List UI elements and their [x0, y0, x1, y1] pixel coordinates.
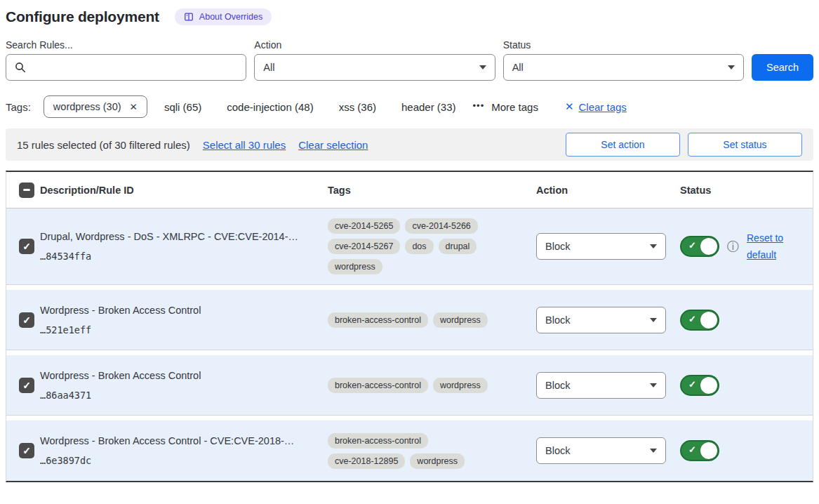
status-label: Status [503, 39, 744, 51]
remove-tag-icon[interactable]: ✕ [130, 101, 138, 112]
action-cell: Block [536, 437, 680, 464]
status-toggle[interactable]: ✓ [680, 310, 719, 331]
rules-table: Description/Rule ID Tags Action Status ✓… [6, 171, 813, 482]
column-status: Status [680, 185, 813, 196]
check-icon: ✓ [688, 379, 696, 390]
set-action-button[interactable]: Set action [566, 133, 680, 157]
more-tags-button[interactable]: ••• More tags [473, 101, 538, 113]
tag-pill: broken-access-control [328, 433, 428, 449]
row-checkbox-cell: ✓ [6, 239, 40, 254]
tag-pill: wordpress [433, 312, 488, 328]
check-icon: ✓ [22, 446, 31, 456]
description-cell: Drupal, Wordpress - DoS - XMLRPC - CVE:C… [40, 231, 328, 262]
action-cell: Block [536, 233, 680, 260]
rule-tags-cell: cve-2014-5265cve-2014-5266cve-2014-5267d… [328, 218, 505, 274]
status-cell: ✓ [680, 375, 813, 396]
row-checkbox[interactable]: ✓ [19, 378, 34, 393]
action-filter-value: All [263, 62, 274, 73]
rule-id: …84534ffa [40, 251, 311, 262]
status-toggle[interactable]: ✓ [680, 236, 719, 257]
tag-options-list: sqli (65)code-injection (48)xss (36)head… [164, 101, 456, 113]
select-all-rules-link[interactable]: Select all 30 rules [203, 139, 286, 151]
toggle-knob [700, 312, 717, 329]
tag-option[interactable]: header (33) [401, 101, 456, 113]
tag-pill: cve-2014-5266 [405, 218, 477, 234]
tag-pill: wordpress [410, 453, 465, 469]
ellipsis-icon: ••• [473, 100, 485, 111]
column-action: Action [536, 185, 680, 196]
action-cell: Block [536, 307, 680, 333]
tag-pill: wordpress [433, 378, 488, 393]
action-filter-select[interactable]: All [254, 54, 495, 81]
rule-description: Wordpress - Broken Access Control [40, 370, 311, 381]
clear-selection-link[interactable]: Clear selection [298, 139, 368, 151]
chevron-down-icon [728, 65, 735, 69]
rule-action-select[interactable]: Block [536, 437, 666, 464]
rule-action-value: Block [545, 445, 570, 456]
check-icon: ✓ [688, 314, 696, 324]
status-filter: Status All [503, 39, 744, 81]
rule-id: …521e1eff [40, 324, 311, 336]
selection-bar: 15 rules selected (of 30 filtered rules)… [6, 128, 813, 161]
tag-option[interactable]: sqli (65) [164, 101, 201, 113]
row-checkbox[interactable]: ✓ [19, 239, 34, 254]
indeterminate-mark [23, 189, 30, 191]
tag-option[interactable]: code-injection (48) [227, 101, 313, 113]
search-button[interactable]: Search [752, 54, 813, 81]
tag-pill: cve-2018-12895 [328, 453, 405, 469]
status-filter-select[interactable]: All [503, 54, 744, 81]
info-icon[interactable]: ⓘ [727, 241, 739, 253]
tag-pill: cve-2014-5267 [328, 239, 400, 254]
status-toggle[interactable]: ✓ [680, 375, 719, 396]
select-all-checkbox[interactable] [19, 183, 34, 198]
set-status-button[interactable]: Set status [688, 133, 802, 157]
reset-to-default-link[interactable]: Reset to default [747, 230, 790, 264]
rule-action-select[interactable]: Block [536, 233, 666, 260]
table-row: ✓Wordpress - Broken Access Control - CVE… [6, 420, 813, 481]
toggle-knob [700, 377, 717, 394]
close-icon: ✕ [565, 100, 574, 113]
row-checkbox[interactable]: ✓ [19, 443, 34, 458]
table-header: Description/Rule ID Tags Action Status [6, 172, 813, 208]
chevron-down-icon [650, 318, 657, 322]
rule-action-select[interactable]: Block [536, 372, 666, 399]
table-body: ✓Drupal, Wordpress - DoS - XMLRPC - CVE:… [6, 208, 813, 481]
row-checkbox-cell: ✓ [6, 443, 40, 458]
tag-option[interactable]: xss (36) [339, 101, 376, 113]
action-cell: Block [536, 372, 680, 399]
rule-id: …86aa4371 [40, 390, 311, 401]
chevron-down-icon [650, 244, 657, 248]
check-icon: ✓ [688, 444, 696, 455]
search-input-box[interactable] [6, 54, 246, 81]
row-checkbox[interactable]: ✓ [19, 312, 34, 328]
rule-action-value: Block [545, 241, 570, 252]
clear-tags-link[interactable]: ✕ Clear tags [565, 100, 627, 113]
status-filter-value: All [512, 62, 524, 73]
check-icon: ✓ [22, 241, 31, 251]
filters-bar: Search Rules... Action All Status [6, 39, 813, 81]
description-cell: Wordpress - Broken Access Control…86aa43… [40, 370, 328, 401]
rule-action-select[interactable]: Block [536, 307, 666, 333]
tag-pill: cve-2014-5265 [328, 218, 400, 234]
rule-description: Drupal, Wordpress - DoS - XMLRPC - CVE:C… [40, 231, 311, 242]
chevron-down-icon [650, 449, 657, 453]
rule-action-value: Block [545, 380, 570, 391]
chevron-down-icon [479, 65, 486, 69]
table-row: ✓Wordpress - Broken Access Control…86aa4… [6, 355, 813, 416]
toggle-knob [700, 442, 717, 459]
rule-description: Wordpress - Broken Access Control [40, 305, 311, 316]
selected-tag-wordpress[interactable]: wordpress (30) ✕ [44, 95, 147, 118]
search-filter: Search Rules... [6, 39, 246, 81]
clear-tags-label: Clear tags [578, 101, 626, 113]
about-overrides-badge[interactable]: About Overrides [175, 8, 272, 25]
status-cell: ✓ [680, 440, 813, 461]
tag-pill: drupal [439, 239, 477, 254]
status-toggle[interactable]: ✓ [680, 440, 719, 461]
search-input[interactable] [32, 61, 237, 74]
book-icon [184, 12, 194, 22]
table-row: ✓Wordpress - Broken Access Control…521e1… [6, 290, 813, 350]
tags-label: Tags: [6, 101, 31, 113]
chevron-down-icon [650, 383, 657, 387]
configure-deployment-page: Configure deployment About Overrides Sea… [0, 0, 819, 482]
about-overrides-label: About Overrides [199, 12, 262, 22]
